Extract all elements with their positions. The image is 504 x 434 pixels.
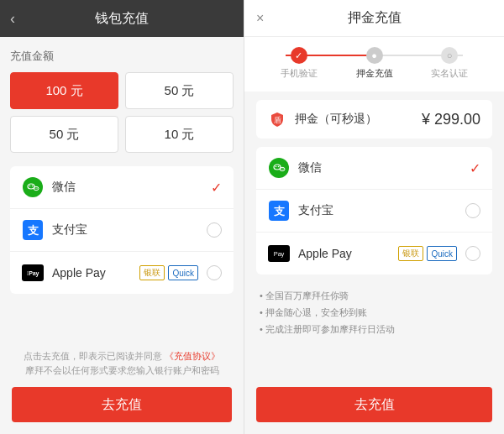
right-alipay-label: 支付宝 [298,203,465,218]
right-applepay-icon: Pay [268,243,290,264]
left-footer: 点击去充值，即表示已阅读并同意 《充值协议》 摩拜不会以任何形式要求您输入银行账… [0,341,244,434]
deposit-info: 盾 押金（可秒退） ¥ 299.00 [256,100,492,139]
right-applepay-radio [465,246,480,261]
applepay-icon: Pay [22,262,44,284]
right-panel: × 押金充值 ✓ 手机验证 ● 押金充值 ○ 实名认证 盾 [244,0,504,434]
amount-option-3[interactable]: 10 元 [125,116,234,153]
shield-icon: 盾 [268,110,286,128]
right-title: 押金充值 [348,9,402,27]
right-footer: 去充值 [244,379,504,434]
svg-point-15 [281,169,281,170]
alipay-label: 支付宝 [52,222,207,238]
svg-text:支: 支 [28,224,39,237]
amount-option-0[interactable]: 100 元 [10,72,118,109]
note-1: 押金随心退，安全秒到账 [260,305,489,322]
step-realname: ○ 实名认证 [412,47,487,80]
payment-wechat[interactable]: 微信 ✓ [10,166,234,209]
svg-text:盾: 盾 [274,116,281,124]
footer-note: 点击去充值，即表示已阅读并同意 《充值协议》 摩拜不会以任何形式要求您输入银行账… [12,349,232,377]
wechat-label: 微信 [52,180,211,195]
amount-section-label: 充值金额 [10,49,234,64]
applepay-radio [207,265,222,280]
amount-grid: 100 元 50 元 50 元 10 元 [10,72,234,153]
step-phone-label: 手机验证 [281,67,318,80]
wechat-selected-icon: ✓ [211,180,222,196]
note-0: 全国百万摩拜任你骑 [260,288,489,305]
svg-point-3 [32,186,34,187]
note-text-2: 摩拜不会以任何形式要求您输入银行账户和密码 [25,365,219,375]
deposit-amount: ¥ 299.00 [422,111,480,128]
left-panel: ‹ 钱包充值 充值金额 100 元 50 元 50 元 10 元 [0,0,244,434]
left-title: 钱包充值 [95,10,149,28]
quickpass-badge: Quick [168,265,198,280]
alipay-radio [207,222,222,238]
deposit-label: 押金（可秒退） [295,112,422,127]
svg-point-6 [36,188,37,189]
right-wechat-selected-icon: ✓ [470,160,480,176]
svg-point-0 [23,177,43,197]
payment-applepay[interactable]: Pay Apple Pay 银联 Quick [10,252,234,294]
right-payment-wechat[interactable]: 微信 ✓ [256,147,492,190]
alipay-icon: 支 [22,219,44,241]
step-realname-label: 实名认证 [431,67,468,80]
note-2: 完成注册即可参加摩拜行日活动 [260,322,489,338]
applepay-label: Apple Pay [52,266,139,280]
svg-point-13 [278,166,280,168]
right-quickpass-badge: Quick [427,246,457,261]
back-button[interactable]: ‹ [10,10,15,28]
right-payment-alipay[interactable]: 支 支付宝 [256,190,492,233]
right-payment-options: 微信 ✓ 支 支付宝 Pay [256,147,492,275]
amount-option-2[interactable]: 50 元 [10,116,118,153]
right-applepay-label: Apple Pay [298,247,398,260]
step-deposit-label: 押金充值 [356,67,393,80]
step-phone-dot: ✓ [291,47,307,64]
right-wechat-label: 微信 [298,160,470,175]
step-deposit-dot: ● [366,47,383,64]
unionpay-badge: 银联 [139,265,165,280]
right-notes: 全国百万摩拜任你骑 押金随心退，安全秒到账 完成注册即可参加摩拜行日活动 [256,283,492,342]
wechat-icon [22,176,44,198]
left-content: 充值金额 100 元 50 元 50 元 10 元 [0,37,244,341]
step-deposit: ● 押金充值 [337,47,412,80]
agreement-link[interactable]: 《充值协议》 [165,351,220,361]
right-submit-button[interactable]: 去充值 [256,387,492,422]
payment-options: 微信 ✓ 支 支付宝 Pay [10,166,234,294]
close-button[interactable]: × [256,11,264,26]
right-unionpay-badge: 银联 [398,246,423,261]
right-wechat-icon [268,157,290,179]
amount-option-1[interactable]: 50 元 [125,72,234,109]
left-submit-button[interactable]: 去充值 [12,387,232,422]
right-header: × 押金充值 [244,0,504,37]
steps-container: ✓ 手机验证 ● 押金充值 ○ 实名认证 [244,37,504,92]
right-applepay-badges: 银联 Quick [398,246,457,261]
svg-point-12 [276,166,277,168]
svg-point-16 [282,169,283,170]
right-alipay-icon: 支 [268,200,290,222]
step-phone: ✓ 手机验证 [261,47,337,80]
applepay-badges: 银联 Quick [139,265,198,280]
note-text-1: 点击去充值，即表示已阅读并同意 [24,351,162,361]
step-realname-dot: ○ [441,47,458,64]
right-alipay-radio [465,203,480,218]
payment-alipay[interactable]: 支 支付宝 [10,209,234,252]
svg-point-10 [269,158,289,178]
right-content: 盾 押金（可秒退） ¥ 299.00 [244,92,504,379]
right-payment-applepay[interactable]: Pay Apple Pay 银联 Quick [256,233,492,275]
svg-point-5 [34,188,35,189]
svg-point-2 [29,186,31,187]
svg-text:支: 支 [274,205,286,217]
left-header: ‹ 钱包充值 [0,0,244,37]
